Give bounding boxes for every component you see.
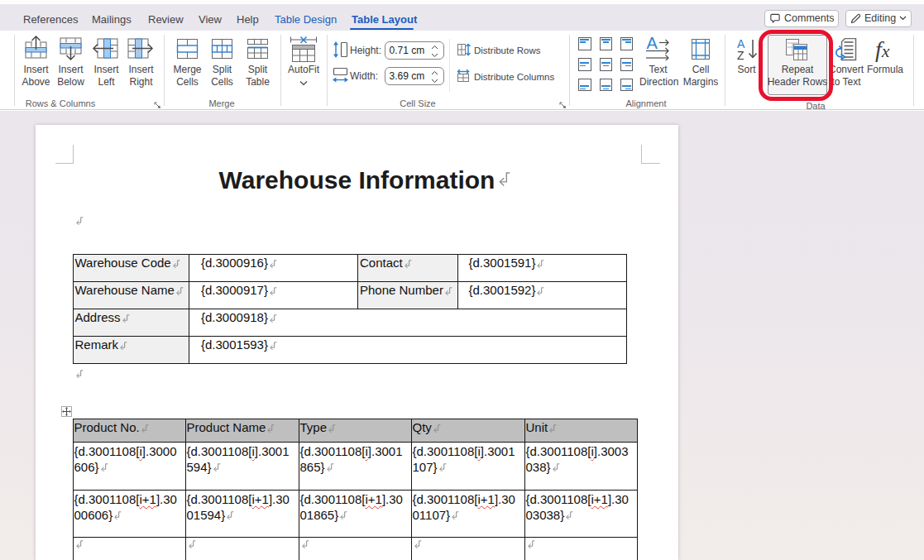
svg-text:Z: Z xyxy=(737,49,744,60)
svg-text:A: A xyxy=(647,36,658,52)
